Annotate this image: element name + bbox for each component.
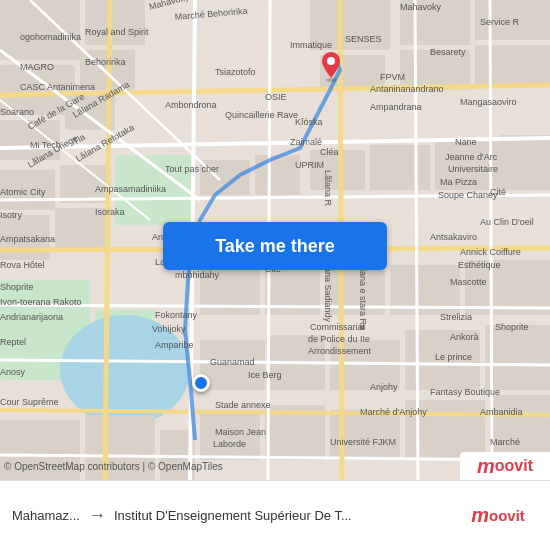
map-container: Mahavoky Mahavoky Besarety Service R ogo…	[0, 0, 550, 480]
svg-text:Marché d'Anjohy: Marché d'Anjohy	[360, 407, 427, 417]
svg-text:Amparibe: Amparibe	[155, 340, 194, 350]
bottom-bar: Mahamaz... → Institut D'Enseignement Sup…	[0, 480, 550, 550]
svg-text:Vohijoky: Vohijoky	[152, 324, 186, 334]
svg-text:Andrianarijaona: Andrianarijaona	[0, 312, 63, 322]
destination-label: Institut D'Enseignement Supérieur De T..…	[114, 508, 458, 523]
svg-text:ogohomadinika: ogohomadinika	[20, 32, 81, 42]
svg-text:Au Clin D'oeil: Au Clin D'oeil	[480, 217, 534, 227]
svg-text:Fokontany: Fokontany	[155, 310, 198, 320]
svg-text:Mangasaoviro: Mangasaoviro	[460, 97, 517, 107]
svg-text:Nane: Nane	[455, 137, 477, 147]
svg-text:Anosy: Anosy	[0, 367, 26, 377]
svg-point-148	[327, 57, 335, 65]
svg-text:OSIE: OSIE	[265, 92, 287, 102]
svg-text:Royal and Spirit: Royal and Spirit	[85, 27, 149, 37]
svg-text:Behoririka: Behoririka	[85, 57, 126, 67]
svg-rect-26	[500, 135, 550, 190]
svg-text:Esthétique: Esthétique	[458, 260, 501, 270]
svg-text:Maison Jean: Maison Jean	[215, 427, 266, 437]
svg-text:Universitaire: Universitaire	[448, 164, 498, 174]
svg-text:Le prince: Le prince	[435, 352, 472, 362]
svg-text:Tsiazotofo: Tsiazotofo	[215, 67, 256, 77]
svg-text:Laborde: Laborde	[213, 439, 246, 449]
svg-text:Fantasy Boutique: Fantasy Boutique	[430, 387, 500, 397]
svg-text:Antsakaviro: Antsakaviro	[430, 232, 477, 242]
svg-text:Commissariat: Commissariat	[310, 322, 366, 332]
svg-text:Ambanidia: Ambanidia	[480, 407, 523, 417]
svg-text:Ankorà: Ankorà	[450, 332, 479, 342]
svg-text:Arrondissement: Arrondissement	[308, 346, 372, 356]
svg-text:Antaninanandrano: Antaninanandrano	[370, 84, 444, 94]
svg-rect-22	[255, 155, 300, 195]
svg-text:Service R: Service R	[480, 17, 520, 27]
svg-text:Reptel: Reptel	[0, 337, 26, 347]
svg-text:Cour Suprême: Cour Suprême	[0, 397, 59, 407]
map-attribution: © OpenStreetMap contributors | © OpenMap…	[0, 459, 227, 474]
svg-text:Anjohy: Anjohy	[370, 382, 398, 392]
arrow-right-icon: →	[88, 505, 106, 526]
svg-text:Ampatsakana: Ampatsakana	[0, 234, 55, 244]
svg-text:SENSES: SENSES	[345, 34, 382, 44]
svg-text:Lãlana R: Lãlana R	[323, 170, 333, 207]
svg-text:Rova Hôtel: Rova Hôtel	[0, 260, 45, 270]
svg-text:MAGRO: MAGRO	[20, 62, 54, 72]
svg-text:Immatique: Immatique	[290, 40, 332, 50]
svg-text:Guanamad: Guanamad	[210, 357, 255, 367]
svg-text:Isoraka: Isoraka	[95, 207, 125, 217]
svg-text:Ice Berg: Ice Berg	[248, 370, 282, 380]
svg-text:mbohidahy: mbohidahy	[175, 270, 220, 280]
svg-text:lálana e stara Ra: lálana e stara Ra	[358, 262, 368, 330]
svg-text:Ampandrana: Ampandrana	[370, 102, 422, 112]
take-me-there-button[interactable]: Take me there	[163, 222, 387, 270]
svg-text:Marché: Marché	[490, 437, 520, 447]
destination-pin	[320, 52, 342, 82]
svg-text:Annick Coiffure: Annick Coiffure	[460, 247, 521, 257]
svg-text:de Police du IIe: de Police du IIe	[308, 334, 370, 344]
svg-text:Ivon-toerana Rakoto: Ivon-toerana Rakoto	[0, 297, 82, 307]
svg-text:Ambondrona: Ambondrona	[165, 100, 217, 110]
svg-text:Quincaillerie Rave: Quincaillerie Rave	[225, 110, 298, 120]
svg-text:Ma Pizza: Ma Pizza	[440, 177, 477, 187]
svg-text:Mahavoky: Mahavoky	[400, 2, 442, 12]
svg-text:Soarano: Soarano	[0, 107, 34, 117]
svg-text:Strelizia: Strelizia	[440, 312, 472, 322]
svg-rect-2	[85, 0, 145, 45]
svg-text:Besarety: Besarety	[430, 47, 466, 57]
svg-text:Jeanne d'Arc: Jeanne d'Arc	[445, 152, 498, 162]
moovit-logo: moovit	[460, 452, 550, 480]
svg-text:Cléa: Cléa	[320, 147, 339, 157]
svg-rect-41	[490, 395, 550, 460]
svg-rect-12	[475, 45, 550, 85]
svg-text:Stade annexe: Stade annexe	[215, 400, 271, 410]
svg-text:Atomic City: Atomic City	[0, 187, 46, 197]
svg-text:Ampasamadiniika: Ampasamadiniika	[95, 184, 166, 194]
svg-text:CASC Antanimena: CASC Antanimena	[20, 82, 95, 92]
svg-point-147	[326, 78, 336, 82]
svg-text:Zaimalé: Zaimalé	[290, 137, 322, 147]
moovit-bottom-logo: moovit	[458, 498, 538, 534]
svg-text:Shoprite: Shoprite	[495, 322, 529, 332]
svg-text:FPVM: FPVM	[380, 72, 405, 82]
origin-pin	[192, 374, 210, 392]
svg-text:Tout pas cher: Tout pas cher	[165, 164, 219, 174]
svg-text:Kîóska: Kîóska	[295, 117, 323, 127]
svg-rect-36	[485, 325, 550, 390]
svg-rect-24	[370, 145, 430, 190]
svg-text:Université FJKM: Université FJKM	[330, 437, 396, 447]
origin-label: Mahamaz...	[12, 508, 80, 523]
svg-text:Isotry: Isotry	[0, 210, 23, 220]
svg-text:Mascotte: Mascotte	[450, 277, 487, 287]
svg-text:UPRIM: UPRIM	[295, 160, 324, 170]
svg-text:Cité: Cité	[490, 187, 506, 197]
svg-text:Shoprite: Shoprite	[0, 282, 34, 292]
